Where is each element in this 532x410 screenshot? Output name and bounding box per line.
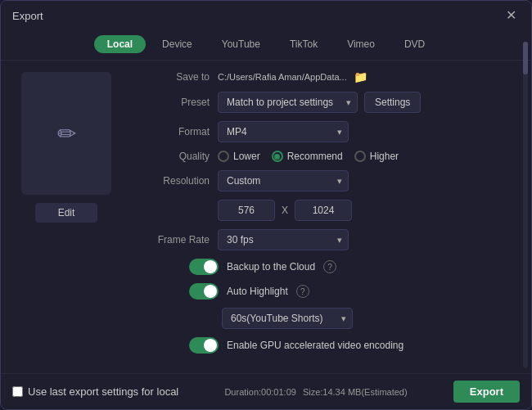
backup-help-icon[interactable]: ? [323,260,336,273]
preset-value: Match to project settings Settings [218,92,516,113]
resolution-select-wrapper: Custom [218,170,349,191]
framerate-select[interactable]: 30 fps [218,229,349,250]
size-text: Size:14.34 MB(Estimated) [303,387,408,397]
tab-vimeo[interactable]: Vimeo [334,35,388,53]
preset-row: Preset Match to project settings Setting… [140,92,516,113]
framerate-row: Frame Rate 30 fps [140,229,516,250]
gpu-toggle[interactable] [189,337,219,354]
close-button[interactable]: ✕ [503,7,520,24]
x-separator: X [282,205,288,216]
quality-label: Quality [140,151,210,162]
highlight-select-wrapper: 60s(YouTube Shorts) [222,308,353,329]
framerate-select-wrapper: 30 fps [218,229,349,250]
quality-lower[interactable]: Lower [218,151,260,162]
last-export-label: Use last export settings for local [28,385,178,398]
scrollbar-track [523,61,528,368]
edit-pencil-icon: ✏ [57,120,76,147]
gpu-label: Enable GPU accelerated video encoding [227,340,404,351]
preset-select-wrapper: Match to project settings [218,92,358,113]
gpu-toggle-row: Enable GPU accelerated video encoding [189,337,516,354]
window-title: Export [12,10,43,22]
tab-bar: Local Device YouTube TikTok Vimeo DVD [1,30,531,61]
format-label: Format [140,126,210,137]
quality-recommend-label: Recommend [287,151,343,162]
resolution-width-input[interactable] [218,200,275,221]
format-row: Format MP4 [140,121,516,142]
duration-text: Duration:00:01:09 [224,387,295,397]
footer-left: Use last export settings for local [12,385,178,398]
save-to-row: Save to C:/Users/Rafia Aman/AppData... 📁 [140,70,516,83]
auto-highlight-help-icon[interactable]: ? [296,285,309,298]
preset-label: Preset [140,97,210,108]
export-button[interactable]: Export [453,381,520,403]
quality-options: Lower Recommend Higher [218,151,399,162]
quality-lower-label: Lower [233,151,260,162]
tab-device[interactable]: Device [149,35,205,53]
quality-recommend[interactable]: Recommend [272,151,343,162]
framerate-label: Frame Rate [140,234,210,246]
radio-lower [218,151,229,162]
save-path-text: C:/Users/Rafia Aman/AppData... [218,72,347,82]
footer-meta: Duration:00:01:09 Size:14.34 MB(Estimate… [224,387,407,397]
edit-button[interactable]: Edit [35,203,98,223]
format-select-wrapper: MP4 [218,121,349,142]
format-value: MP4 [218,121,516,142]
tab-youtube[interactable]: YouTube [209,35,273,53]
auto-highlight-label: Auto Highlight [227,286,288,297]
tab-local[interactable]: Local [94,35,146,53]
highlight-select-row: 60s(YouTube Shorts) [222,308,516,329]
save-to-value: C:/Users/Rafia Aman/AppData... 📁 [218,70,516,83]
save-to-label: Save to [140,71,210,83]
folder-icon[interactable]: 📁 [354,70,367,83]
footer: Use last export settings for local Durat… [1,373,531,409]
auto-highlight-toggle-row: Auto Highlight ? [189,283,516,300]
preview-panel: ✏ Edit [1,61,132,373]
framerate-value: 30 fps [218,229,516,250]
quality-higher-label: Higher [370,151,399,162]
backup-toggle[interactable] [189,259,219,275]
preview-box: ✏ [21,72,111,195]
format-select[interactable]: MP4 [218,121,349,142]
settings-panel: Save to C:/Users/Rafia Aman/AppData... 📁… [132,61,531,373]
resolution-height-input[interactable] [295,200,352,221]
tab-dvd[interactable]: DVD [391,35,438,53]
backup-label: Backup to the Cloud [227,261,315,273]
radio-recommend [272,151,283,162]
resolution-row: Resolution Custom [140,170,516,191]
auto-highlight-toggle[interactable] [189,283,219,300]
resolution-select[interactable]: Custom [218,170,349,191]
scrollbar-thumb[interactable] [523,61,528,74]
resolution-label: Resolution [140,175,210,187]
content-area: ✏ Edit Save to C:/Users/Rafia Aman/AppDa… [1,61,531,373]
resolution-value: Custom [218,170,516,191]
radio-higher [354,151,366,162]
preset-select[interactable]: Match to project settings [218,92,358,113]
quality-row: Quality Lower Recommend Higher [140,151,516,162]
last-export-checkbox[interactable] [12,386,23,397]
title-bar: Export ✕ [1,1,531,30]
resolution-inputs: X [218,200,516,221]
settings-button[interactable]: Settings [364,92,421,113]
quality-higher[interactable]: Higher [354,151,399,162]
backup-toggle-row: Backup to the Cloud ? [189,259,516,275]
export-window: Export ✕ Local Device YouTube TikTok Vim… [0,0,532,410]
tab-tiktok[interactable]: TikTok [277,35,331,53]
highlight-select[interactable]: 60s(YouTube Shorts) [222,308,353,329]
